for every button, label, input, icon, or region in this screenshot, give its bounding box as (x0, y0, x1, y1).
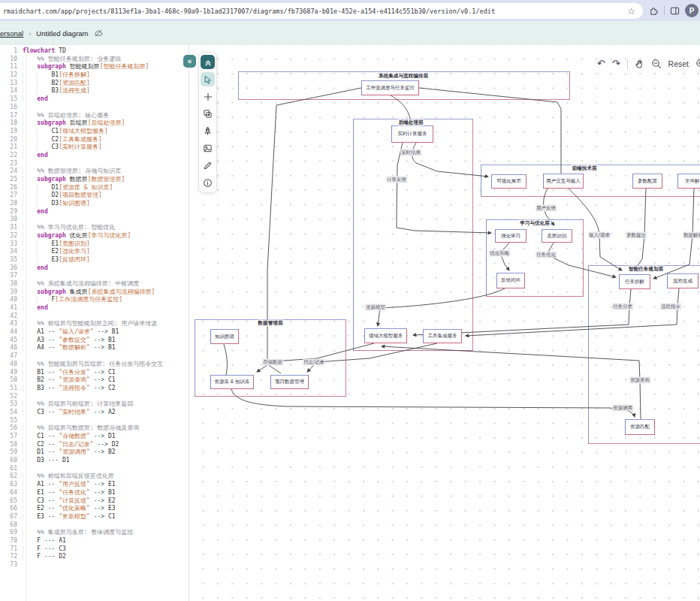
code-line[interactable]: 59 D1 -- "资源调用" --> B2 (0, 448, 189, 457)
code-line[interactable]: 50 B2 -- "资源查询" --> C1 (0, 376, 189, 385)
code-line[interactable]: 32 subgraph 优化层[学习与优化层] (0, 232, 189, 240)
code-line[interactable]: 63 A1 -- "用户反馈" --> E1 (0, 481, 189, 489)
code-line[interactable]: 35 E3[反馈闭环] (0, 256, 189, 264)
flow-node-D3[interactable]: 知识图谱 (210, 329, 239, 344)
code-line[interactable]: 34 E2[强化学习] (0, 248, 189, 256)
code-line[interactable]: 18 subgraph 后端层[后端处理层] (0, 119, 189, 128)
code-line[interactable]: 43 %% 前端层与智能规划层之间: 用户请求传递 (0, 320, 189, 328)
code-line[interactable]: 62 %% 前端和后端反馈至优化层 (0, 473, 189, 481)
bookmark-star-icon[interactable]: ☆ (627, 6, 635, 17)
code-line[interactable]: 10 %% 智能任务规划层: 业务逻辑 (0, 56, 189, 64)
code-editor[interactable]: 1flowchart TD10 %% 智能任务规划层: 业务逻辑11 subgr… (0, 45, 189, 601)
browser-profile-avatar[interactable]: P (685, 4, 698, 17)
code-line[interactable]: 68 (0, 521, 189, 530)
code-line[interactable]: 45 A3 -- "参数提交" --> B1 (0, 337, 189, 345)
flow-node-B3[interactable]: 流程生成 (667, 273, 698, 288)
code-line[interactable]: 57 C1 -- "存储数据" --> D1 (0, 433, 189, 441)
diagram-canvas[interactable]: ↶ ↷ Reset 系统集成与流程编排层后端处理层前端技术层学习与优化层智能任务… (189, 45, 700, 601)
code-line[interactable]: 11 subgraph 智能规划层[智能任务规划层] (0, 63, 189, 71)
flow-node-B2[interactable]: 资源匹配 (625, 419, 655, 435)
code-line[interactable]: 67 E3 -- "更新模型" --> C1 (0, 513, 189, 521)
flow-node-E1[interactable]: 意图识别 (542, 229, 572, 243)
code-line[interactable]: 28 D3[知识图谱] (0, 200, 189, 208)
flow-node-A4[interactable]: 文件解析 (677, 174, 700, 189)
browser-sidepanel-icon[interactable] (670, 6, 680, 16)
flow-node-D1[interactable]: 资源库 & 知识库 (210, 375, 254, 389)
code-line[interactable]: 39 subgraph 集成层[系统集成与流程编排层] (0, 288, 189, 297)
code-line[interactable]: 55 (0, 417, 189, 425)
collapse-panel-button[interactable]: « (183, 55, 196, 68)
pen-tool-button[interactable] (201, 159, 215, 173)
zoom-out-button[interactable] (651, 59, 662, 69)
code-line[interactable]: 46 A4 -- "数据解析" --> B1 (0, 344, 189, 352)
code-line[interactable]: 47 (0, 352, 189, 361)
code-line[interactable]: 64 E1 -- "任务优化" --> B1 (0, 489, 189, 497)
flow-node-C2[interactable]: 工具集成服务 (423, 329, 462, 343)
code-line[interactable]: 66 E2 -- "优化策略" --> E3 (0, 505, 189, 513)
code-line[interactable]: 31 %% 学习与优化层: 智能优化 (0, 224, 189, 232)
code-line[interactable]: 56 %% 后端层与数据层: 数据存储及查询 (0, 424, 189, 433)
code-line[interactable]: 69 %% 集成层与各层: 整体调度与监控 (0, 529, 189, 537)
ai-rocket-button[interactable] (201, 124, 215, 138)
code-line[interactable]: 51 B3 -- "流程指令" --> C2 (0, 385, 189, 393)
code-line[interactable]: 72 F --- D2 (0, 553, 189, 561)
breadcrumb-project-link[interactable]: ersonal (0, 29, 23, 38)
code-line[interactable]: 23 (0, 160, 189, 168)
flow-node-E3[interactable]: 反馈闭环 (496, 273, 525, 288)
code-line[interactable]: 38 %% 系统集成与流程编排层: 中枢调度 (0, 280, 189, 288)
code-line[interactable]: 1flowchart TD (0, 47, 189, 56)
code-line[interactable]: 14 B3[流程生成] (0, 87, 189, 95)
info-button[interactable] (201, 176, 215, 190)
code-line[interactable]: 36 end (0, 264, 189, 273)
flow-node-C1[interactable]: 领域大模型服务 (364, 328, 407, 343)
zoom-in-button[interactable] (695, 59, 700, 69)
extensions-icon[interactable] (649, 6, 659, 16)
flow-node-F[interactable]: 工作流调度与任务监控 (361, 80, 419, 95)
undo-button[interactable]: ↶ (597, 57, 605, 71)
code-line[interactable]: 49 B1 -- "任务分发" --> C1 (0, 369, 189, 377)
add-node-button[interactable] (201, 89, 215, 104)
code-line[interactable]: 20 C2[工具集成服务] (0, 136, 189, 144)
url-text[interactable]: rmaidchart.com/app/projects/8113ef1a-3ba… (3, 8, 627, 15)
code-line[interactable]: 58 C2 -- "日志/记录" --> D2 (0, 441, 189, 449)
code-line[interactable]: 40 F[工作流调度与任务监控] (0, 296, 189, 304)
flow-node-A2[interactable]: 可视化展示 (491, 174, 527, 189)
code-line[interactable]: 73 (0, 561, 189, 569)
code-line[interactable]: 17 %% 后端处理层: 核心服务 (0, 112, 189, 120)
flow-node-B1[interactable]: 任务拆解 (619, 274, 650, 289)
code-line[interactable]: 53 %% 后端层与前端层: 计算结果返回 (0, 400, 189, 409)
insert-image-button[interactable] (201, 141, 215, 156)
flow-node-A1[interactable]: 用户交互与输入 (543, 174, 584, 189)
code-line[interactable]: 22 end (0, 152, 189, 160)
code-line[interactable]: 48 %% 智能规划层与后端层: 任务分发与指令交互 (0, 361, 189, 369)
flow-node-D2[interactable]: 项目数据管理 (270, 375, 309, 389)
code-line[interactable]: 13 B2[资源匹配] (0, 80, 189, 88)
select-tool-button[interactable] (201, 72, 215, 86)
code-line[interactable]: 65 C3 -- "计算反馈" --> E2 (0, 497, 189, 506)
code-line[interactable]: 71 F --- C3 (0, 545, 189, 554)
diagram-title[interactable]: Untitled diagram (36, 29, 88, 38)
code-line[interactable]: 12 B1[任务拆解] (0, 71, 189, 80)
code-line[interactable]: 54 C3 -- "实时结果" --> A2 (0, 409, 189, 417)
flow-node-C3[interactable]: 实时计算服务 (391, 125, 433, 143)
code-line[interactable]: 44 A1 -- "输入/请求" --> B1 (0, 328, 189, 337)
code-line[interactable]: 29 end (0, 208, 189, 216)
address-bar[interactable]: rmaidchart.com/app/projects/8113ef1a-3ba… (0, 3, 643, 19)
code-line[interactable]: 60 D3 --- D1 (0, 457, 189, 465)
code-line[interactable]: 16 (0, 104, 189, 112)
code-line[interactable]: 52 (0, 393, 189, 401)
duplicate-shape-button[interactable] (201, 107, 215, 121)
code-line[interactable]: 70 F --- A1 (0, 537, 189, 545)
code-line[interactable]: 61 (0, 465, 189, 473)
code-line[interactable]: 24 %% 数据管理层: 存储与知识库 (0, 168, 189, 176)
code-line[interactable]: 41 end (0, 304, 189, 313)
redo-button[interactable]: ↷ (612, 57, 620, 71)
code-line[interactable]: 37 (0, 272, 189, 280)
code-line[interactable]: 26 D1[资源库 & 知识库] (0, 184, 189, 192)
code-line[interactable]: 33 E1[意图识别] (0, 240, 189, 249)
flow-node-A3[interactable]: 参数配置 (632, 174, 662, 189)
code-line[interactable]: 25 subgraph 数据层[数据管理层] (0, 176, 189, 184)
code-line[interactable]: 42 (0, 313, 189, 321)
code-line[interactable]: 27 D2[项目数据管理] (0, 192, 189, 200)
code-line[interactable]: 30 (0, 216, 189, 224)
